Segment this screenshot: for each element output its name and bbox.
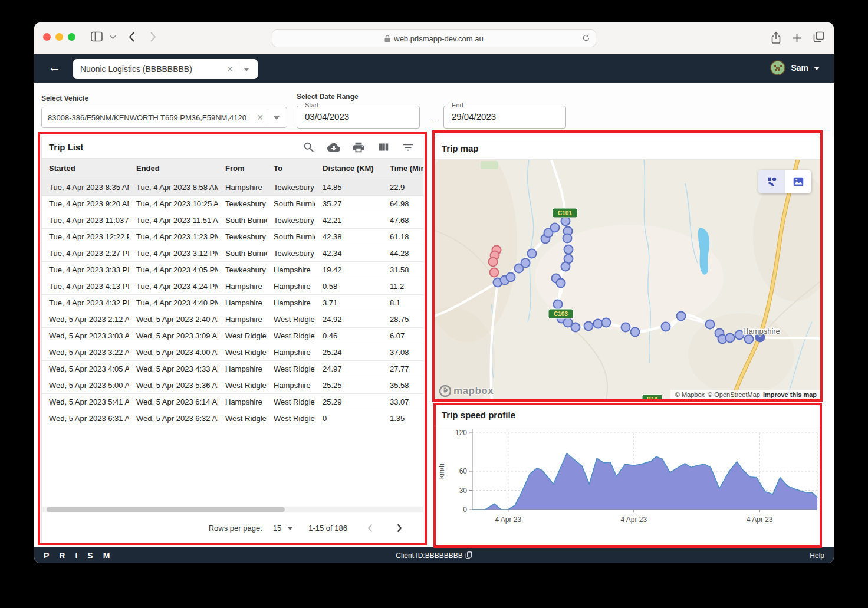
- user-caret-icon: [814, 67, 820, 73]
- table-row[interactable]: Tue, 4 Apr 2023 3:33 PMTue, 4 Apr 2023 4…: [42, 261, 423, 278]
- table-row[interactable]: Wed, 5 Apr 2023 3:03 AMWed, 5 Apr 2023 3…: [42, 327, 423, 344]
- browser-chrome: web.prismapp-dev.com.au: [34, 22, 834, 54]
- trip-list-header: Trip List: [42, 136, 423, 159]
- chevron-down-icon[interactable]: [110, 35, 116, 40]
- map-marker[interactable]: [561, 262, 570, 271]
- search-icon[interactable]: [303, 141, 315, 154]
- satellite-view-button[interactable]: [785, 170, 811, 193]
- map-marker[interactable]: [571, 323, 580, 332]
- table-row[interactable]: Wed, 5 Apr 2023 3:22 AMWed, 5 Apr 2023 4…: [42, 344, 423, 360]
- column-header[interactable]: Ended: [129, 159, 218, 179]
- column-header[interactable]: Distance (KM): [315, 159, 383, 179]
- table-row[interactable]: Wed, 5 Apr 2023 6:31 AMWed, 5 Apr 2023 6…: [42, 410, 423, 426]
- start-date-field[interactable]: Start 03/04/2023: [297, 106, 420, 129]
- client-select[interactable]: Nuonic Logistics (BBBBBBBB) ✕: [73, 59, 258, 79]
- clear-icon[interactable]: ✕: [252, 113, 268, 122]
- column-header[interactable]: To: [267, 159, 315, 179]
- column-header[interactable]: Started: [42, 159, 129, 179]
- table-cell: Tewkesbury: [218, 195, 267, 212]
- rows-per-page-select[interactable]: 15: [273, 524, 281, 533]
- zoom-window-button[interactable]: [68, 33, 75, 41]
- help-link[interactable]: Help: [810, 551, 824, 560]
- map-view-button[interactable]: [758, 170, 785, 193]
- close-window-button[interactable]: [43, 33, 51, 41]
- table-row[interactable]: Tue, 4 Apr 2023 2:27 PMTue, 4 Apr 2023 3…: [42, 245, 423, 261]
- map-marker[interactable]: [528, 249, 537, 258]
- map-marker[interactable]: [706, 320, 715, 329]
- end-date-field[interactable]: End 29/04/2023: [443, 106, 566, 129]
- map-marker[interactable]: [564, 245, 573, 254]
- table-row[interactable]: Tue, 4 Apr 2023 4:13 PMTue, 4 Apr 2023 4…: [42, 278, 423, 294]
- minimize-window-button[interactable]: [55, 33, 63, 41]
- map-marker[interactable]: [745, 335, 754, 344]
- next-page-button[interactable]: [392, 521, 406, 535]
- copy-icon[interactable]: [466, 551, 472, 559]
- column-header[interactable]: Time (Mins): [383, 159, 423, 179]
- table-row[interactable]: Wed, 5 Apr 2023 2:12 AMWed, 5 Apr 2023 2…: [42, 311, 423, 327]
- map-marker[interactable]: [677, 312, 686, 321]
- filter-icon[interactable]: [402, 141, 415, 154]
- map-marker[interactable]: [726, 334, 735, 343]
- new-tab-icon[interactable]: [793, 34, 801, 42]
- reload-icon[interactable]: [582, 33, 590, 44]
- table-cell: Tewkesbury: [267, 179, 315, 195]
- download-icon[interactable]: [327, 141, 340, 154]
- back-button[interactable]: [129, 31, 135, 42]
- map-marker[interactable]: [561, 217, 570, 226]
- map-marker[interactable]: [563, 234, 572, 243]
- trip-table: StartedEndedFromToDistance (KM)Time (Min…: [42, 159, 423, 426]
- table-row[interactable]: Tue, 4 Apr 2023 12:22 PMTue, 4 Apr 2023 …: [42, 228, 423, 245]
- map-marker[interactable]: [554, 300, 563, 309]
- map-marker[interactable]: [584, 322, 593, 331]
- map-marker[interactable]: [557, 279, 565, 288]
- map-marker[interactable]: [551, 224, 560, 232]
- share-icon[interactable]: [771, 31, 781, 44]
- attribution-osm[interactable]: © OpenStreetMap: [708, 391, 760, 398]
- map-marker[interactable]: [622, 323, 630, 332]
- forward-button[interactable]: [150, 31, 156, 42]
- vehicle-select[interactable]: 83008-386/F59NM/KENWORTH T659 PM36,F59NM…: [41, 107, 287, 128]
- table-row[interactable]: Tue, 4 Apr 2023 11:03 AMTue, 4 Apr 2023 …: [42, 212, 423, 228]
- map-marker[interactable]: [594, 320, 603, 328]
- map-marker[interactable]: [631, 328, 640, 337]
- attribution-improve-link[interactable]: Improve this map: [763, 391, 817, 398]
- table-cell: Tue, 4 Apr 2023 8:35 AM: [42, 179, 129, 195]
- table-cell: Hampshire: [267, 294, 315, 311]
- print-icon[interactable]: [352, 141, 365, 154]
- mapbox-logo[interactable]: mapbox: [439, 385, 494, 397]
- sidebar-icon[interactable]: [91, 31, 103, 42]
- table-row[interactable]: Wed, 5 Apr 2023 5:00 AMWed, 5 Apr 2023 5…: [42, 377, 423, 393]
- map-marker[interactable]: [489, 258, 498, 267]
- attribution-mapbox[interactable]: © Mapbox: [675, 391, 705, 398]
- map-canvas[interactable]: C101 C103 B18 Hampshire: [435, 160, 821, 401]
- table-row[interactable]: Tue, 4 Apr 2023 4:32 PMTue, 4 Apr 2023 4…: [42, 294, 423, 311]
- map-marker[interactable]: [507, 273, 515, 282]
- previous-page-button[interactable]: [363, 521, 377, 535]
- clear-icon[interactable]: ✕: [222, 64, 238, 74]
- table-row[interactable]: Wed, 5 Apr 2023 4:05 AMWed, 5 Apr 2023 4…: [42, 360, 423, 377]
- map-marker[interactable]: [490, 268, 499, 277]
- trip-list-title: Trip List: [49, 142, 83, 152]
- map-marker[interactable]: [521, 259, 530, 268]
- chevron-down-icon[interactable]: [287, 527, 293, 533]
- table-cell: South Burnie: [267, 228, 315, 245]
- tab-overview-icon[interactable]: [813, 31, 824, 42]
- table-cell: Tewkesbury: [218, 228, 267, 245]
- start-date-value: 03/04/2023: [305, 111, 349, 121]
- map-marker[interactable]: [662, 323, 670, 331]
- user-menu[interactable]: Sam: [770, 60, 820, 75]
- url-bar[interactable]: web.prismapp-dev.com.au: [272, 29, 596, 47]
- columns-icon[interactable]: [377, 141, 390, 154]
- table-row[interactable]: Tue, 4 Apr 2023 8:35 AMTue, 4 Apr 2023 8…: [42, 179, 423, 195]
- table-cell: 25.24: [315, 344, 383, 360]
- filters-bar: Select Vehicle 83008-386/F59NM/KENWORTH …: [34, 83, 834, 136]
- table-row[interactable]: Wed, 5 Apr 2023 5:41 AMWed, 5 Apr 2023 6…: [42, 393, 423, 410]
- chevron-down-icon[interactable]: [274, 116, 280, 123]
- trip-speed-header: Trip speed profile: [435, 404, 820, 426]
- app-back-arrow-icon[interactable]: ←: [48, 60, 61, 74]
- table-row[interactable]: Tue, 4 Apr 2023 9:20 AMTue, 4 Apr 2023 1…: [42, 195, 423, 212]
- map-marker[interactable]: [602, 318, 611, 327]
- column-header[interactable]: From: [218, 159, 267, 179]
- table-cell: South Burnie: [267, 195, 315, 212]
- chevron-down-icon[interactable]: [244, 68, 249, 74]
